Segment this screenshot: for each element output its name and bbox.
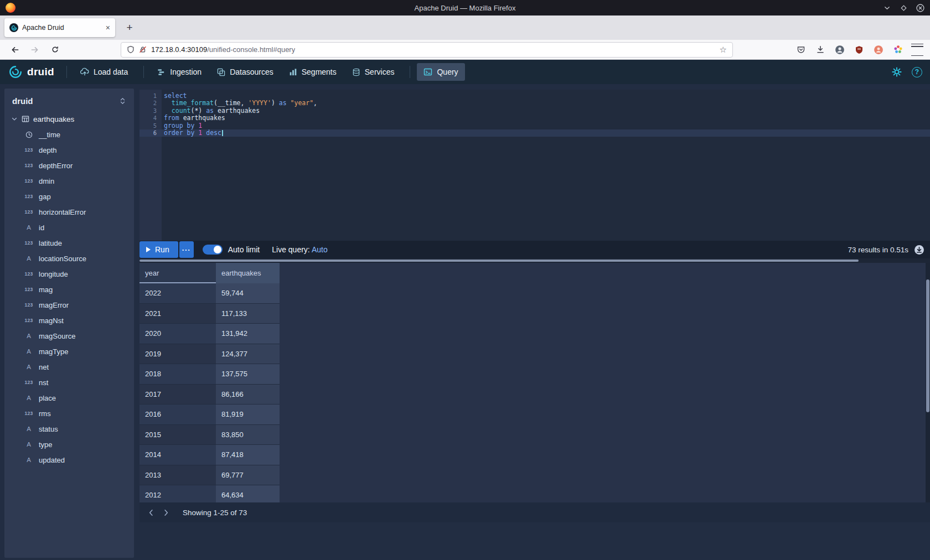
- insecure-lock-icon[interactable]: [139, 45, 147, 54]
- new-tab-button[interactable]: +: [122, 20, 137, 35]
- url-input[interactable]: 172.18.0.4:30109/unified-console.html#qu…: [121, 42, 733, 58]
- chevron-down-icon[interactable]: [11, 116, 18, 122]
- tracking-protection-shield-icon[interactable]: [127, 45, 135, 54]
- sql-editor[interactable]: 123456 select time_format(__time, 'YYYY'…: [140, 90, 930, 241]
- cell-year[interactable]: 2017: [140, 385, 216, 405]
- sidebar-column-latitude[interactable]: 123latitude: [4, 235, 134, 251]
- nav-ingestion[interactable]: Ingestion: [151, 63, 208, 81]
- cell-year[interactable]: 2016: [140, 405, 216, 425]
- bookmark-star-icon[interactable]: ☆: [720, 45, 727, 55]
- vertical-scrollbar[interactable]: [926, 263, 930, 502]
- column-name: horizontalError: [39, 208, 86, 216]
- run-button[interactable]: Run: [140, 241, 178, 258]
- nav-query[interactable]: Query: [417, 63, 464, 81]
- numeric-column-icon: 123: [23, 209, 34, 215]
- table-row: 201369,777: [140, 465, 926, 486]
- sql-code[interactable]: select time_format(__time, 'YYYY') as "y…: [162, 92, 930, 137]
- pinwheel-extension-icon[interactable]: [892, 44, 904, 56]
- sidebar-column-updated[interactable]: Aupdated: [4, 452, 134, 468]
- sidebar-column-__time[interactable]: __time: [4, 127, 134, 142]
- cell-earthquakes[interactable]: 124,377: [216, 344, 280, 365]
- cell-earthquakes[interactable]: 131,942: [216, 324, 280, 344]
- sidebar-column-longitude[interactable]: 123longitude: [4, 266, 134, 282]
- numeric-column-icon: 123: [23, 302, 34, 308]
- sidebar-column-magError[interactable]: 123magError: [4, 297, 134, 313]
- run-more-button[interactable]: ···: [179, 241, 194, 258]
- cell-year[interactable]: 2015: [140, 425, 216, 445]
- cell-year[interactable]: 2012: [140, 485, 216, 502]
- cell-earthquakes[interactable]: 137,575: [216, 364, 280, 385]
- live-query-value[interactable]: Auto: [312, 245, 328, 254]
- services-icon: [352, 68, 360, 76]
- string-column-icon: A: [23, 333, 34, 339]
- cell-earthquakes[interactable]: 81,919: [216, 405, 280, 425]
- sidebar-column-rms[interactable]: 123rms: [4, 406, 134, 421]
- cell-earthquakes[interactable]: 117,133: [216, 304, 280, 324]
- next-page-button[interactable]: [158, 505, 173, 520]
- close-tab-icon[interactable]: ×: [106, 24, 110, 32]
- cell-year[interactable]: 2022: [140, 283, 216, 304]
- sidebar-column-magType[interactable]: AmagType: [4, 344, 134, 359]
- nav-segments[interactable]: Segments: [282, 63, 343, 81]
- nav-label: Datasources: [230, 68, 273, 76]
- sidebar-column-dmin[interactable]: 123dmin: [4, 173, 134, 189]
- sidebar-column-net[interactable]: Anet: [4, 359, 134, 375]
- cell-earthquakes[interactable]: 86,166: [216, 385, 280, 405]
- download-results-icon[interactable]: [914, 245, 924, 255]
- sidebar-column-magNst[interactable]: 123magNst: [4, 313, 134, 328]
- back-button[interactable]: [7, 42, 23, 58]
- horizontal-scrollbar[interactable]: [140, 258, 930, 263]
- cell-year[interactable]: 2019: [140, 344, 216, 365]
- sidebar-datasource-earthquakes[interactable]: earthquakes: [4, 111, 134, 127]
- nav-services[interactable]: Services: [345, 63, 401, 81]
- settings-gear-icon[interactable]: [892, 67, 902, 77]
- horizontal-scrollbar-thumb[interactable]: [140, 260, 859, 262]
- cell-earthquakes[interactable]: 69,777: [216, 465, 280, 486]
- cell-earthquakes[interactable]: 59,744: [216, 283, 280, 304]
- cell-year[interactable]: 2013: [140, 465, 216, 486]
- sidebar-column-depth[interactable]: 123depth: [4, 142, 134, 158]
- downloads-icon[interactable]: [814, 44, 826, 56]
- sidebar-column-status[interactable]: Astatus: [4, 421, 134, 437]
- sidebar-column-depthError[interactable]: 123depthError: [4, 158, 134, 173]
- sidebar-column-magSource[interactable]: AmagSource: [4, 328, 134, 344]
- sidebar-column-mag[interactable]: 123mag: [4, 282, 134, 297]
- cell-year[interactable]: 2014: [140, 445, 216, 465]
- sidebar-column-nst[interactable]: 123nst: [4, 375, 134, 390]
- nav-label: Load data: [94, 68, 128, 76]
- sidebar-column-locationSource[interactable]: AlocationSource: [4, 251, 134, 266]
- sidebar-column-id[interactable]: Aid: [4, 220, 134, 235]
- sidebar-column-horizontalError[interactable]: 123horizontalError: [4, 204, 134, 220]
- vertical-scrollbar-thumb[interactable]: [926, 279, 929, 412]
- sidebar-column-gap[interactable]: 123gap: [4, 189, 134, 204]
- cell-year[interactable]: 2018: [140, 364, 216, 385]
- nav-load-data[interactable]: Load data: [74, 63, 135, 81]
- maximize-button[interactable]: [899, 3, 908, 12]
- minimize-button[interactable]: [882, 3, 891, 12]
- menu-button[interactable]: [911, 44, 923, 56]
- druid-logo[interactable]: druid: [8, 65, 54, 79]
- close-button[interactable]: [916, 3, 924, 12]
- cell-earthquakes[interactable]: 83,850: [216, 425, 280, 445]
- cell-earthquakes[interactable]: 87,418: [216, 445, 280, 465]
- sidebar-column-type[interactable]: Atype: [4, 437, 134, 452]
- cell-earthquakes[interactable]: 64,634: [216, 485, 280, 502]
- forward-button[interactable]: [27, 42, 43, 58]
- column-header-year[interactable]: year: [140, 263, 216, 283]
- extension-avatar-icon[interactable]: [872, 44, 885, 56]
- cell-year[interactable]: 2021: [140, 304, 216, 324]
- cell-year[interactable]: 2020: [140, 324, 216, 344]
- time-column-icon: [23, 131, 34, 138]
- nav-datasources[interactable]: Datasources: [210, 63, 280, 81]
- double-caret-icon[interactable]: [119, 97, 126, 105]
- previous-page-button[interactable]: [144, 505, 158, 520]
- column-header-earthquakes[interactable]: earthquakes: [216, 263, 280, 283]
- tab-apache-druid[interactable]: Apache Druid ×: [4, 18, 115, 37]
- auto-limit-toggle[interactable]: [203, 245, 223, 255]
- account-avatar-icon[interactable]: [834, 44, 846, 56]
- sidebar-column-place[interactable]: Aplace: [4, 390, 134, 406]
- ublock-extension-icon[interactable]: [853, 44, 865, 56]
- reload-button[interactable]: [46, 42, 63, 58]
- help-icon[interactable]: ?: [912, 67, 922, 77]
- pocket-icon[interactable]: [795, 44, 807, 56]
